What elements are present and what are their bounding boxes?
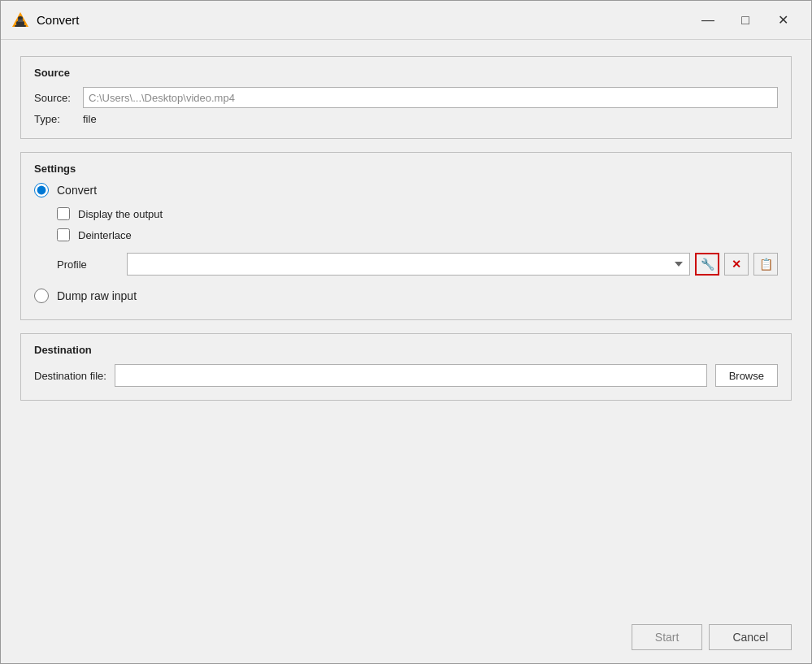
svg-point-4 (18, 16, 23, 20)
convert-radio-row: Convert (34, 183, 778, 197)
delete-profile-button[interactable]: ✕ (724, 253, 749, 276)
source-input[interactable] (83, 87, 778, 108)
source-label: Source: (34, 92, 83, 104)
type-label: Type: (34, 113, 83, 125)
vlc-icon (11, 11, 30, 30)
maximize-button[interactable]: □ (727, 7, 764, 33)
deinterlace-label[interactable]: Deinterlace (78, 229, 132, 241)
profile-row: Profile 🔧 ✕ 📋 (57, 253, 778, 276)
main-content: Source Source: Type: file Settings Conve… (1, 40, 811, 614)
source-row: Source: (34, 87, 778, 108)
convert-radio-label[interactable]: Convert (57, 184, 97, 197)
display-output-row: Display the output (57, 207, 778, 220)
dest-row: Destination file: Browse (34, 364, 778, 387)
footer: Start Cancel (1, 614, 811, 663)
checkbox-group: Display the output Deinterlace (57, 207, 778, 241)
browse-button[interactable]: Browse (715, 364, 778, 387)
type-row: Type: file (34, 113, 778, 125)
deinterlace-checkbox[interactable] (57, 228, 70, 241)
minimize-button[interactable]: — (689, 7, 727, 33)
dest-file-label: Destination file: (34, 370, 106, 382)
type-value: file (83, 113, 97, 125)
svg-rect-5 (15, 25, 26, 27)
settings-section: Settings Convert Display the output Dein… (20, 152, 792, 320)
main-window: Convert — □ ✕ Source Source: Type: file … (0, 0, 812, 664)
cancel-button[interactable]: Cancel (709, 624, 792, 650)
display-output-label[interactable]: Display the output (78, 208, 163, 220)
destination-section: Destination Destination file: Browse (20, 333, 792, 401)
dump-raw-row: Dump raw input (34, 289, 778, 303)
add-profile-button[interactable]: 📋 (753, 253, 778, 276)
settings-section-title: Settings (34, 163, 778, 175)
wrench-icon: 🔧 (701, 258, 714, 271)
deinterlace-row: Deinterlace (57, 228, 778, 241)
dump-radio[interactable] (34, 289, 49, 303)
source-section-title: Source (34, 67, 778, 79)
edit-profile-button[interactable]: 🔧 (695, 253, 719, 276)
profile-label: Profile (57, 258, 122, 271)
destination-section-title: Destination (34, 344, 778, 356)
dest-file-input[interactable] (115, 364, 707, 387)
profile-select[interactable] (127, 253, 690, 276)
convert-radio[interactable] (34, 183, 49, 197)
window-controls: — □ ✕ (689, 7, 801, 33)
display-output-checkbox[interactable] (57, 207, 70, 220)
title-bar: Convert — □ ✕ (1, 1, 811, 40)
source-section: Source Source: Type: file (20, 56, 792, 139)
close-button[interactable]: ✕ (764, 7, 801, 33)
dump-raw-label[interactable]: Dump raw input (57, 289, 137, 302)
window-title: Convert (37, 13, 689, 27)
add-icon: 📋 (759, 258, 773, 271)
delete-icon: ✕ (732, 258, 741, 271)
start-button[interactable]: Start (632, 624, 703, 650)
